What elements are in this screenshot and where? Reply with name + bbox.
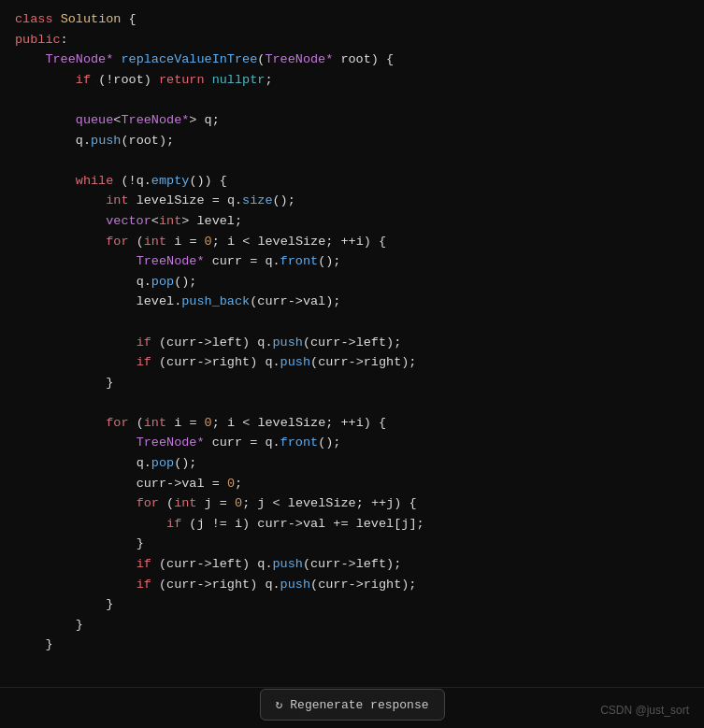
code-block: class Solution { public: TreeNode* repla… (0, 0, 704, 664)
bottom-bar: ↻ Regenerate response CSDN @just_sort (0, 687, 704, 728)
regenerate-label: Regenerate response (290, 698, 428, 712)
regenerate-icon: ↻ (275, 697, 282, 712)
regenerate-button[interactable]: ↻ Regenerate response (259, 689, 444, 721)
watermark: CSDN @just_sort (600, 704, 689, 717)
code-container: class Solution { public: TreeNode* repla… (0, 0, 704, 728)
